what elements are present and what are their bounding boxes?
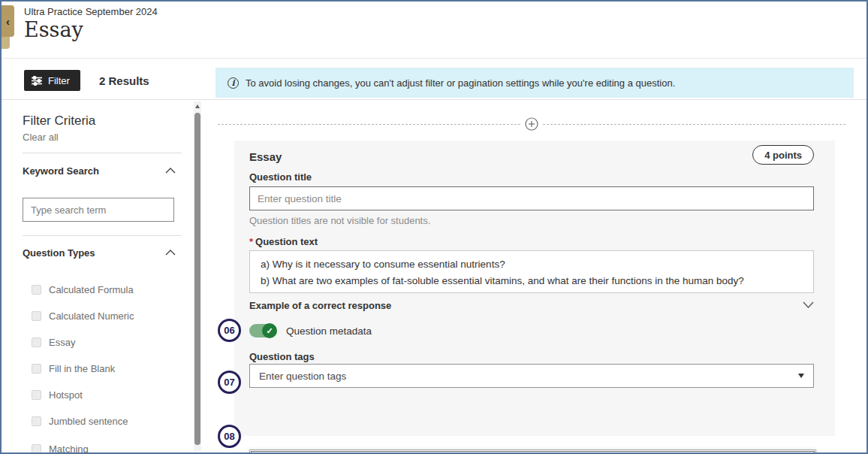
info-icon: i bbox=[228, 77, 239, 89]
dropdown-caret-icon bbox=[798, 374, 804, 378]
dashed-line bbox=[218, 124, 520, 125]
add-question-plus-icon[interactable] bbox=[525, 117, 538, 131]
filter-button-label: Filter bbox=[48, 75, 70, 86]
filter-sidebar: Filter Criteria Clear all Keyword Search… bbox=[2, 100, 194, 452]
info-banner: i To avoid losing changes, you can't adj… bbox=[215, 68, 854, 98]
question-type-row: Hotspot bbox=[32, 389, 83, 401]
back-chevron-icon: ‹ bbox=[6, 15, 10, 28]
checkbox-jumbled-sentence[interactable] bbox=[32, 416, 41, 426]
question-title-label: Question title bbox=[249, 171, 312, 183]
checkbox-matching[interactable] bbox=[32, 444, 41, 454]
question-type-row: Matching bbox=[32, 443, 89, 454]
question-type-row: Jumbled sentence bbox=[32, 415, 128, 427]
results-count: 2 Results bbox=[99, 74, 149, 87]
filter-sliders-icon bbox=[32, 76, 42, 86]
clear-all-link[interactable]: Clear all bbox=[23, 132, 59, 143]
toggle-check-icon: ✓ bbox=[262, 323, 277, 338]
question-title-input[interactable] bbox=[249, 186, 814, 210]
checkbox-hotspot[interactable] bbox=[32, 390, 41, 400]
points-pill[interactable]: 4 points bbox=[752, 145, 814, 165]
expand-chevron-down-icon[interactable] bbox=[803, 301, 814, 308]
annotation-marker-06: 06 bbox=[218, 319, 241, 342]
question-type-label: Hotspot bbox=[49, 389, 83, 401]
question-bank-window: ‹ Ultra Practice September 2024 Essay Fi… bbox=[0, 0, 868, 454]
question-editor-region: Essay 4 points Question title Question t… bbox=[204, 100, 866, 452]
question-type-label: Essay bbox=[49, 337, 75, 348]
annotation-marker-08: 08 bbox=[218, 425, 241, 448]
dashed-line bbox=[543, 124, 845, 125]
scrollbar-thumb[interactable] bbox=[194, 113, 200, 445]
keyword-search-input[interactable] bbox=[23, 198, 174, 222]
tab-shadow bbox=[2, 37, 10, 49]
collapse-types-chevron-up-icon[interactable] bbox=[165, 250, 176, 256]
question-types-heading: Question Types bbox=[23, 247, 95, 259]
info-banner-text: To avoid losing changes, you can't adjus… bbox=[246, 77, 675, 89]
page-title: Essay bbox=[24, 18, 83, 41]
filter-criteria-title: Filter Criteria bbox=[23, 114, 95, 129]
checkbox-calculated-formula[interactable] bbox=[32, 285, 41, 295]
collapse-keyword-chevron-up-icon[interactable] bbox=[165, 168, 176, 174]
checkbox-essay[interactable] bbox=[32, 337, 41, 347]
question-type-label: Fill in the Blank bbox=[49, 363, 115, 374]
question-type-label: Matching bbox=[49, 443, 89, 454]
question-text-editor[interactable]: a) Why is it necessary to consume essent… bbox=[249, 250, 814, 293]
question-metadata-row: ✓ Question metadata bbox=[249, 322, 372, 339]
question-text-line: a) Why is it necessary to consume essent… bbox=[261, 256, 803, 273]
add-question-divider bbox=[218, 117, 845, 132]
keyword-search-heading: Keyword Search bbox=[23, 165, 99, 177]
sidebar-scrollbar[interactable] bbox=[194, 101, 201, 451]
question-metadata-label: Question metadata bbox=[286, 325, 372, 337]
question-tags-dropdown[interactable]: Enter question tags bbox=[249, 364, 814, 388]
sidebar-divider bbox=[23, 235, 182, 236]
annotation-marker-07: 07 bbox=[218, 371, 241, 394]
required-asterisk: * bbox=[249, 236, 253, 247]
question-type-row: Essay bbox=[32, 336, 75, 348]
question-tags-placeholder: Enter question tags bbox=[259, 371, 346, 382]
example-response-section[interactable]: Example of a correct response bbox=[249, 300, 814, 313]
question-text-line: b) What are two examples of fat-soluble … bbox=[261, 273, 803, 289]
tags-dropdown-panel: Create "New Tag" bbox=[249, 449, 816, 454]
filter-button[interactable]: Filter bbox=[24, 70, 80, 91]
scroll-up-arrow-icon[interactable] bbox=[195, 104, 200, 108]
sidebar-divider bbox=[23, 153, 182, 153]
question-type-row: Fill in the Blank bbox=[32, 362, 115, 374]
question-type-row: Calculated Formula bbox=[32, 283, 134, 295]
question-type-row: Calculated Numeric bbox=[32, 310, 134, 322]
collapse-panel-button[interactable]: ‹ bbox=[2, 5, 14, 37]
tag-search-box bbox=[251, 451, 815, 454]
checkbox-fill-in-the-blank[interactable] bbox=[32, 364, 41, 374]
question-type-label: Calculated Formula bbox=[49, 284, 134, 295]
question-tags-label: Question tags bbox=[249, 351, 315, 362]
question-type-title: Essay bbox=[249, 150, 282, 163]
question-metadata-toggle[interactable]: ✓ bbox=[249, 324, 276, 337]
example-response-label: Example of a correct response bbox=[249, 300, 391, 311]
header-divider bbox=[2, 58, 866, 59]
question-text-label-text: Question text bbox=[255, 236, 318, 247]
question-type-label: Calculated Numeric bbox=[49, 310, 134, 322]
question-title-helper-text: Question titles are not visible for stud… bbox=[249, 215, 430, 226]
question-text-label: *Question text bbox=[249, 236, 318, 247]
checkbox-calculated-numeric[interactable] bbox=[32, 311, 41, 321]
essay-question-card: Essay 4 points Question title Question t… bbox=[234, 141, 835, 436]
breadcrumb-course-name: Ultra Practice September 2024 bbox=[24, 6, 158, 17]
points-value: 4 points bbox=[764, 150, 802, 161]
question-type-label: Jumbled sentence bbox=[49, 416, 128, 427]
